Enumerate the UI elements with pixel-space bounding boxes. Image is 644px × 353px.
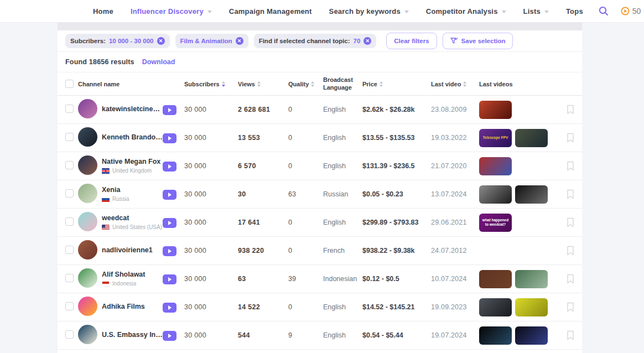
nav-item[interactable]: Tops — [566, 7, 583, 15]
bookmark-icon[interactable] — [567, 246, 574, 256]
channel-name[interactable]: U.S. Embassy India — [102, 331, 163, 340]
bookmark-icon[interactable] — [567, 330, 574, 340]
row-checkbox[interactable] — [65, 161, 74, 169]
nav-item[interactable]: Home — [93, 7, 113, 15]
bookmark-icon[interactable] — [567, 161, 574, 171]
video-thumbnail[interactable] — [515, 185, 548, 204]
video-thumbnail[interactable] — [515, 270, 548, 288]
bookmark-icon[interactable] — [567, 302, 574, 312]
clear-filters-button[interactable]: Clear filters — [386, 33, 437, 49]
bookmark-icon[interactable] — [567, 133, 574, 143]
table-row: weedcat United States (USA) 30 000 17 64… — [58, 209, 582, 237]
remove-filter-icon[interactable]: ✕ — [363, 37, 371, 45]
filter-chip: Find if selected channel topic: 70 ✕ — [254, 34, 377, 48]
row-checkbox[interactable] — [65, 189, 74, 198]
sort-views-icon[interactable] — [257, 81, 261, 87]
channel-name[interactable]: Kenneth Brandon -... — [102, 133, 163, 142]
nav-item-label: Influencer Discovery — [131, 7, 204, 15]
download-link[interactable]: Download — [142, 58, 175, 66]
youtube-play-icon[interactable] — [163, 331, 176, 341]
price-value: $938.22 - $9.38k — [362, 247, 431, 255]
table-row: Xenia Russia 30 000 30 63 Russian $0.05 … — [58, 180, 582, 209]
channel-name[interactable]: nadlivoirienne1 — [102, 246, 163, 255]
sort-subscribers-icon[interactable] — [222, 81, 225, 87]
row-checkbox[interactable] — [65, 246, 74, 254]
row-checkbox[interactable] — [65, 105, 74, 113]
header-price[interactable]: Price — [362, 81, 431, 87]
quality-value: 63 — [288, 190, 323, 198]
channel-name[interactable]: weedcat — [102, 214, 163, 223]
nav-item[interactable]: Competitor Analysis — [426, 7, 506, 15]
nav-item[interactable]: Campaign Management — [229, 7, 312, 15]
quality-value: 0 — [288, 162, 323, 170]
video-thumbnail[interactable] — [515, 326, 548, 345]
youtube-play-icon[interactable] — [163, 133, 176, 143]
video-thumbnail[interactable] — [479, 326, 512, 345]
youtube-play-icon[interactable] — [163, 218, 176, 228]
row-checkbox[interactable] — [65, 330, 74, 339]
bookmark-icon[interactable] — [567, 189, 574, 199]
channel-name[interactable]: Native Megan Fox — [102, 158, 163, 167]
channel-name[interactable]: Alif Sholawat — [102, 271, 163, 279]
row-checkbox[interactable] — [65, 274, 74, 282]
channel-avatar — [78, 155, 97, 175]
youtube-play-icon[interactable] — [163, 105, 176, 115]
video-thumbnail[interactable]: what happened to weedcat? — [479, 214, 512, 232]
video-thumbnail[interactable] — [479, 185, 512, 204]
search-icon[interactable] — [599, 6, 609, 16]
nav-item[interactable]: Influencer Discovery — [131, 7, 212, 15]
quality-value: 39 — [288, 275, 323, 283]
sort-quality-icon[interactable] — [311, 81, 314, 87]
views-value: 544 — [238, 331, 288, 339]
channel-name[interactable]: Adhika Films — [102, 303, 163, 312]
country-flag-icon — [102, 196, 110, 202]
video-thumbnail[interactable] — [515, 298, 548, 316]
remove-filter-icon[interactable]: ✕ — [157, 37, 165, 45]
header-last-video[interactable]: Last video — [431, 81, 479, 87]
bookmark-icon[interactable] — [567, 274, 574, 284]
table-row: Native Megan Fox United Kingdom 30 000 6… — [58, 152, 582, 180]
row-checkbox[interactable] — [65, 302, 74, 310]
youtube-play-icon[interactable] — [163, 190, 176, 200]
nav-item[interactable]: Search by keywords — [329, 7, 409, 15]
last-videos-thumbnails — [479, 298, 567, 316]
last-video-date: 19.07.2024 — [431, 331, 479, 339]
video-thumbnail[interactable] — [479, 270, 512, 288]
video-thumbnail[interactable]: Telescope FPV — [479, 129, 512, 147]
sort-price-icon[interactable] — [380, 81, 383, 87]
channel-name[interactable]: katewinsletcinema — [102, 105, 163, 114]
bookmark-icon[interactable] — [567, 105, 574, 115]
header-subscribers[interactable]: Subscribers — [184, 81, 238, 87]
views-value: 2 628 681 — [238, 106, 288, 113]
sort-last-video-icon[interactable] — [463, 81, 466, 87]
youtube-play-icon[interactable] — [163, 274, 176, 284]
results-line: Found 18656 results Download — [58, 52, 582, 72]
video-thumbnail[interactable] — [479, 298, 512, 316]
select-all-checkbox[interactable] — [65, 80, 74, 88]
price-value: $0.12 - $0.5 — [362, 275, 431, 283]
channel-name[interactable]: Xenia — [102, 186, 163, 195]
save-selection-button[interactable]: Save selection — [443, 33, 513, 49]
filter-chip: Subcribers: 10 000 - 30 000 ✕ — [65, 34, 170, 48]
youtube-play-icon[interactable] — [163, 162, 176, 172]
youtube-play-icon[interactable] — [163, 303, 176, 313]
channel-avatar — [78, 127, 97, 147]
last-video-date: 10.07.2024 — [431, 275, 479, 283]
filter-chip-value: Film & Animation — [180, 38, 232, 44]
bookmark-icon[interactable] — [567, 217, 574, 227]
remove-filter-icon[interactable]: ✕ — [236, 37, 243, 45]
row-checkbox[interactable] — [65, 133, 74, 141]
header-views[interactable]: Views — [238, 81, 288, 87]
table-row: U.S. Embassy India 30 000 544 9 English … — [58, 321, 582, 350]
tokens-balance[interactable]: 50 tokens — [621, 7, 644, 15]
row-checkbox[interactable] — [65, 217, 74, 226]
video-thumbnail[interactable] — [515, 129, 548, 147]
nav-item[interactable]: Lists — [523, 7, 549, 15]
country-label: Indonesia — [112, 281, 136, 288]
video-thumbnail[interactable] — [479, 101, 512, 119]
filter-chip-value: 70 — [354, 38, 361, 44]
youtube-play-icon[interactable] — [163, 246, 176, 256]
channel-avatar — [78, 212, 97, 231]
header-quality[interactable]: Quality — [288, 81, 323, 87]
video-thumbnail[interactable] — [479, 157, 512, 175]
